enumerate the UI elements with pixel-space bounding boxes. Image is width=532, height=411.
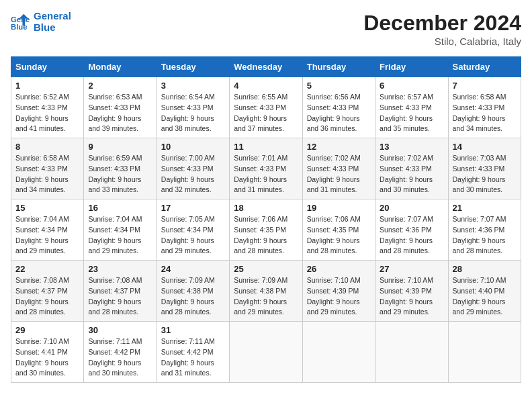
- sunset-label: Sunset: 4:33 PM: [88, 103, 140, 111]
- day-info: Sunrise: 7:10 AM Sunset: 4:39 PM Dayligh…: [380, 275, 443, 318]
- day-number: 1: [15, 81, 79, 91]
- day-info: Sunrise: 7:10 AM Sunset: 4:39 PM Dayligh…: [307, 275, 371, 318]
- daylight-label: Daylight: 9 hoursand 30 minutes.: [453, 175, 506, 194]
- daylight-label: Daylight: 9 hoursand 29 minutes.: [88, 236, 141, 255]
- sunset-label: Sunset: 4:42 PM: [161, 348, 214, 356]
- day-info: Sunrise: 7:10 AM Sunset: 4:41 PM Dayligh…: [15, 336, 79, 379]
- calendar-week-row: 15 Sunrise: 7:04 AM Sunset: 4:34 PM Dayl…: [11, 199, 521, 261]
- sunset-label: Sunset: 4:36 PM: [453, 226, 505, 234]
- daylight-label: Daylight: 9 hoursand 39 minutes.: [88, 114, 141, 133]
- daylight-label: Daylight: 9 hoursand 31 minutes.: [161, 359, 214, 377]
- calendar-cell: 13 Sunrise: 7:02 AM Sunset: 4:33 PM Dayl…: [375, 138, 448, 199]
- col-monday: Monday: [84, 57, 157, 77]
- sunset-label: Sunset: 4:34 PM: [88, 226, 140, 234]
- day-info: Sunrise: 7:10 AM Sunset: 4:40 PM Dayligh…: [453, 275, 517, 318]
- col-tuesday: Tuesday: [157, 57, 229, 77]
- day-number: 6: [380, 81, 443, 91]
- day-number: 18: [234, 203, 298, 213]
- calendar-cell: 4 Sunrise: 6:55 AM Sunset: 4:33 PM Dayli…: [230, 77, 302, 138]
- page-header: General Blue General Blue December 2024 …: [11, 11, 521, 47]
- col-wednesday: Wednesday: [230, 57, 302, 77]
- calendar-cell: 3 Sunrise: 6:54 AM Sunset: 4:33 PM Dayli…: [157, 77, 229, 138]
- day-info: Sunrise: 6:57 AM Sunset: 4:33 PM Dayligh…: [380, 92, 443, 134]
- daylight-label: Daylight: 9 hoursand 28 minutes.: [88, 298, 141, 316]
- calendar-cell: 14 Sunrise: 7:03 AM Sunset: 4:33 PM Dayl…: [448, 138, 521, 199]
- calendar-week-row: 22 Sunrise: 7:08 AM Sunset: 4:37 PM Dayl…: [11, 261, 521, 322]
- sunset-label: Sunset: 4:33 PM: [380, 165, 432, 173]
- day-number: 3: [161, 81, 225, 91]
- daylight-label: Daylight: 9 hoursand 28 minutes.: [453, 236, 506, 255]
- sunset-label: Sunset: 4:39 PM: [307, 287, 359, 295]
- daylight-label: Daylight: 9 hoursand 29 minutes.: [307, 298, 360, 316]
- sunrise-label: Sunrise: 7:03 AM: [453, 154, 506, 162]
- sunset-label: Sunset: 4:40 PM: [453, 287, 505, 295]
- sunset-label: Sunset: 4:33 PM: [307, 103, 359, 111]
- sunrise-label: Sunrise: 6:57 AM: [380, 93, 433, 101]
- sunset-label: Sunset: 4:33 PM: [161, 103, 214, 111]
- daylight-label: Daylight: 9 hoursand 28 minutes.: [380, 236, 433, 255]
- calendar-cell: 16 Sunrise: 7:04 AM Sunset: 4:34 PM Dayl…: [84, 199, 157, 261]
- calendar-cell: 22 Sunrise: 7:08 AM Sunset: 4:37 PM Dayl…: [11, 261, 84, 322]
- sunset-label: Sunset: 4:33 PM: [380, 103, 432, 111]
- day-info: Sunrise: 7:09 AM Sunset: 4:38 PM Dayligh…: [234, 275, 298, 318]
- calendar-cell: 31 Sunrise: 7:11 AM Sunset: 4:42 PM Dayl…: [157, 322, 229, 383]
- sunset-label: Sunset: 4:35 PM: [234, 226, 286, 234]
- sunrise-label: Sunrise: 7:10 AM: [453, 276, 506, 284]
- col-saturday: Saturday: [448, 57, 521, 77]
- day-number: 16: [88, 203, 152, 213]
- day-number: 12: [307, 142, 371, 152]
- sunset-label: Sunset: 4:33 PM: [15, 165, 68, 173]
- day-number: 27: [380, 264, 443, 274]
- day-info: Sunrise: 6:59 AM Sunset: 4:33 PM Dayligh…: [88, 153, 152, 195]
- daylight-label: Daylight: 9 hoursand 31 minutes.: [307, 175, 360, 194]
- daylight-label: Daylight: 9 hoursand 33 minutes.: [88, 175, 141, 194]
- day-number: 4: [234, 81, 298, 91]
- sunrise-label: Sunrise: 6:55 AM: [234, 93, 287, 101]
- day-info: Sunrise: 7:08 AM Sunset: 4:37 PM Dayligh…: [88, 275, 152, 318]
- sunset-label: Sunset: 4:33 PM: [307, 165, 359, 173]
- daylight-label: Daylight: 9 hoursand 30 minutes.: [88, 359, 141, 377]
- sunset-label: Sunset: 4:38 PM: [161, 287, 214, 295]
- calendar-header-row: Sunday Monday Tuesday Wednesday Thursday…: [11, 57, 521, 77]
- sunrise-label: Sunrise: 6:52 AM: [15, 93, 69, 101]
- calendar-cell: 17 Sunrise: 7:05 AM Sunset: 4:34 PM Dayl…: [157, 199, 229, 261]
- sunrise-label: Sunrise: 6:54 AM: [161, 93, 215, 101]
- day-info: Sunrise: 7:01 AM Sunset: 4:33 PM Dayligh…: [234, 153, 298, 195]
- daylight-label: Daylight: 9 hoursand 36 minutes.: [307, 114, 360, 133]
- daylight-label: Daylight: 9 hoursand 30 minutes.: [380, 175, 433, 194]
- sunset-label: Sunset: 4:36 PM: [380, 226, 432, 234]
- day-info: Sunrise: 6:52 AM Sunset: 4:33 PM Dayligh…: [15, 92, 79, 134]
- calendar-cell: 8 Sunrise: 6:58 AM Sunset: 4:33 PM Dayli…: [11, 138, 84, 199]
- daylight-label: Daylight: 9 hoursand 35 minutes.: [380, 114, 433, 133]
- day-info: Sunrise: 7:02 AM Sunset: 4:33 PM Dayligh…: [307, 153, 371, 195]
- day-number: 9: [88, 142, 152, 152]
- sunrise-label: Sunrise: 7:01 AM: [234, 154, 287, 162]
- calendar-cell: 15 Sunrise: 7:04 AM Sunset: 4:34 PM Dayl…: [11, 199, 84, 261]
- daylight-label: Daylight: 9 hoursand 30 minutes.: [15, 359, 69, 377]
- day-info: Sunrise: 7:11 AM Sunset: 4:42 PM Dayligh…: [88, 336, 152, 379]
- calendar-cell: 9 Sunrise: 6:59 AM Sunset: 4:33 PM Dayli…: [84, 138, 157, 199]
- sunrise-label: Sunrise: 7:08 AM: [15, 276, 69, 284]
- day-number: 26: [307, 264, 371, 274]
- sunset-label: Sunset: 4:33 PM: [234, 103, 286, 111]
- sunrise-label: Sunrise: 7:04 AM: [15, 215, 69, 223]
- calendar-cell: 11 Sunrise: 7:01 AM Sunset: 4:33 PM Dayl…: [230, 138, 302, 199]
- day-info: Sunrise: 6:56 AM Sunset: 4:33 PM Dayligh…: [307, 92, 371, 134]
- logo-line2: Blue: [34, 22, 71, 34]
- calendar-week-row: 1 Sunrise: 6:52 AM Sunset: 4:33 PM Dayli…: [11, 77, 521, 138]
- location-subtitle: Stilo, Calabria, Italy: [363, 36, 521, 47]
- sunrise-label: Sunrise: 6:58 AM: [15, 154, 69, 162]
- day-number: 8: [15, 142, 79, 152]
- day-number: 22: [15, 264, 79, 274]
- calendar-cell: 30 Sunrise: 7:11 AM Sunset: 4:42 PM Dayl…: [84, 322, 157, 383]
- sunrise-label: Sunrise: 7:09 AM: [234, 276, 287, 284]
- day-info: Sunrise: 7:09 AM Sunset: 4:38 PM Dayligh…: [161, 275, 225, 318]
- sunset-label: Sunset: 4:33 PM: [15, 103, 68, 111]
- day-number: 5: [307, 81, 371, 91]
- daylight-label: Daylight: 9 hoursand 29 minutes.: [161, 236, 214, 255]
- calendar-cell: [302, 322, 375, 383]
- sunrise-label: Sunrise: 7:05 AM: [161, 215, 215, 223]
- day-number: 10: [161, 142, 225, 152]
- daylight-label: Daylight: 9 hoursand 29 minutes.: [15, 236, 69, 255]
- sunrise-label: Sunrise: 7:11 AM: [88, 337, 142, 345]
